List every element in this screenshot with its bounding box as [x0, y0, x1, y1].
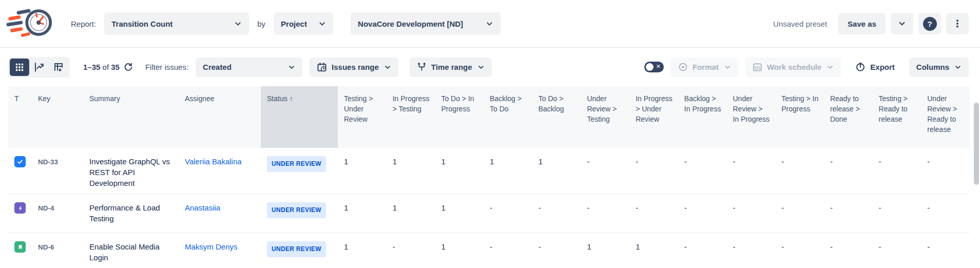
- column-header[interactable]: Backlog > To Do: [484, 86, 532, 148]
- transition-count-value: -: [927, 242, 930, 251]
- transition-count-value: -: [733, 157, 736, 166]
- column-header[interactable]: Testing > Under Review: [338, 86, 387, 148]
- issues-range-button[interactable]: Issues range: [310, 58, 398, 77]
- save-as-button[interactable]: Save as: [838, 13, 886, 34]
- transition-count-value: 1: [393, 203, 397, 212]
- column-header[interactable]: In Progress > Under Review: [629, 86, 678, 148]
- transition-count-value: -: [781, 242, 784, 251]
- column-header[interactable]: Under Review > Ready to release: [921, 86, 970, 148]
- transition-count-value: 1: [344, 157, 348, 166]
- fork-icon: [417, 62, 427, 72]
- column-header[interactable]: T: [8, 86, 32, 148]
- issue-summary: Performance & Load Testing: [89, 203, 160, 223]
- unsaved-preset-label: Unsaved preset: [773, 20, 827, 28]
- transition-count-value: 1: [393, 157, 397, 166]
- assignee-link[interactable]: Valeriia Bakalina: [185, 157, 242, 166]
- chevron-down-icon: [486, 20, 493, 28]
- chevron-down-icon: [724, 64, 731, 71]
- help-button[interactable]: ?: [918, 13, 941, 34]
- column-header[interactable]: Summary: [83, 86, 179, 148]
- chevron-down-icon: [318, 20, 326, 28]
- transition-count-value: -: [927, 203, 930, 212]
- toggle-off-switch[interactable]: ✕: [644, 62, 664, 72]
- column-header[interactable]: Ready to release > Done: [824, 86, 873, 148]
- column-header[interactable]: In Progress > Testing: [387, 86, 435, 148]
- group-by-select[interactable]: Project: [274, 12, 333, 35]
- column-header[interactable]: Under Review > Testing: [581, 86, 629, 148]
- column-header[interactable]: To Do > Backlog: [532, 86, 581, 148]
- table-row: ND-4Performance & Load TestingAnastasiia…: [8, 194, 970, 233]
- transition-count-value: -: [636, 157, 638, 166]
- transition-count-value: -: [927, 157, 930, 166]
- transition-count-value: -: [830, 242, 833, 251]
- export-button[interactable]: Export: [848, 58, 902, 77]
- transition-count-value: -: [879, 203, 881, 212]
- column-header[interactable]: Testing > In Progress: [775, 86, 824, 148]
- status-badge: UNDER REVIEW: [267, 241, 326, 257]
- transition-count-value: -: [636, 203, 638, 212]
- assignee-link[interactable]: Anastasiia: [185, 203, 220, 212]
- transition-count-value: 1: [441, 203, 445, 212]
- chart-view-button[interactable]: [29, 59, 49, 76]
- calendar-icon: [753, 62, 762, 72]
- grid-view-icon: [15, 63, 24, 72]
- transition-count-value: -: [539, 203, 541, 212]
- transition-count-value: -: [393, 242, 395, 251]
- column-header[interactable]: To Do > In Progress: [435, 86, 484, 148]
- transition-count-value: 1: [344, 242, 348, 251]
- save-options-button[interactable]: [891, 13, 913, 34]
- chevron-down-icon: [234, 20, 242, 28]
- chevron-down-icon: [384, 64, 391, 71]
- transition-count-value: -: [684, 242, 687, 251]
- transition-count-value: 1: [441, 157, 445, 166]
- report-toolbar: 1–35 of 35 Filter issues: Created Issues…: [0, 48, 980, 86]
- column-header[interactable]: Backlog > In Progress: [678, 86, 727, 148]
- question-icon: ?: [923, 17, 937, 31]
- refresh-icon[interactable]: [124, 63, 133, 72]
- column-header[interactable]: Key: [32, 86, 83, 148]
- filter-field-select[interactable]: Created: [196, 58, 302, 77]
- column-header[interactable]: Status↑: [261, 86, 338, 148]
- chevron-down-icon: [477, 64, 485, 71]
- transition-count-value: -: [879, 157, 881, 166]
- calendar-clock-icon: [317, 62, 327, 72]
- issue-summary: Investigate GraphQL vs REST for API Deve…: [89, 157, 170, 187]
- chevron-down-icon: [898, 20, 906, 28]
- project-select[interactable]: NovaCore Development [ND]: [351, 12, 501, 35]
- assignee-link[interactable]: Maksym Denys: [185, 242, 238, 251]
- transition-count-value: 1: [636, 242, 640, 251]
- by-label: by: [257, 20, 265, 28]
- export-icon: [855, 62, 866, 72]
- transition-count-value: -: [830, 157, 833, 166]
- vertical-scrollbar[interactable]: [974, 103, 979, 185]
- work-schedule-button[interactable]: Work schedule: [745, 58, 841, 77]
- column-header[interactable]: Under Review > In Progress: [727, 86, 776, 148]
- transition-count-table: TKeySummaryAssigneeStatus↑Testing > Unde…: [8, 86, 970, 268]
- top-bar: Report: Transition Count by Project Nova…: [0, 0, 980, 47]
- grid-view-button[interactable]: [10, 59, 29, 76]
- filter-issues-label: Filter issues:: [145, 63, 188, 71]
- task-type-icon: [14, 156, 26, 167]
- transition-count-value: -: [587, 203, 589, 212]
- transition-count-value: -: [539, 242, 541, 251]
- report-label: Report:: [71, 20, 96, 28]
- time-range-button[interactable]: Time range: [410, 58, 492, 77]
- target-icon: [678, 62, 688, 72]
- column-header[interactable]: Assignee: [179, 86, 261, 148]
- issue-count: 1–35 of 35: [83, 63, 120, 71]
- column-header[interactable]: Testing > Ready to release: [873, 86, 921, 148]
- transition-count-value: -: [879, 242, 881, 251]
- format-button[interactable]: Format: [671, 58, 738, 77]
- table-row: ND-6Enable Social Media LoginMaksym Deny…: [8, 233, 970, 268]
- speedometer-logo-icon: [6, 6, 53, 41]
- status-badge: UNDER REVIEW: [267, 156, 326, 172]
- report-type-select[interactable]: Transition Count: [104, 12, 249, 35]
- chevron-down-icon: [288, 64, 295, 71]
- chevron-down-icon: [954, 64, 962, 71]
- columns-button[interactable]: Columns: [909, 58, 969, 77]
- table-row: ND-33Investigate GraphQL vs REST for API…: [8, 148, 970, 194]
- pivot-view-button[interactable]: [49, 59, 68, 76]
- more-menu-button[interactable]: [946, 13, 969, 34]
- issue-summary: Enable Social Media Login: [89, 242, 160, 262]
- sort-ascending-icon: ↑: [290, 94, 293, 103]
